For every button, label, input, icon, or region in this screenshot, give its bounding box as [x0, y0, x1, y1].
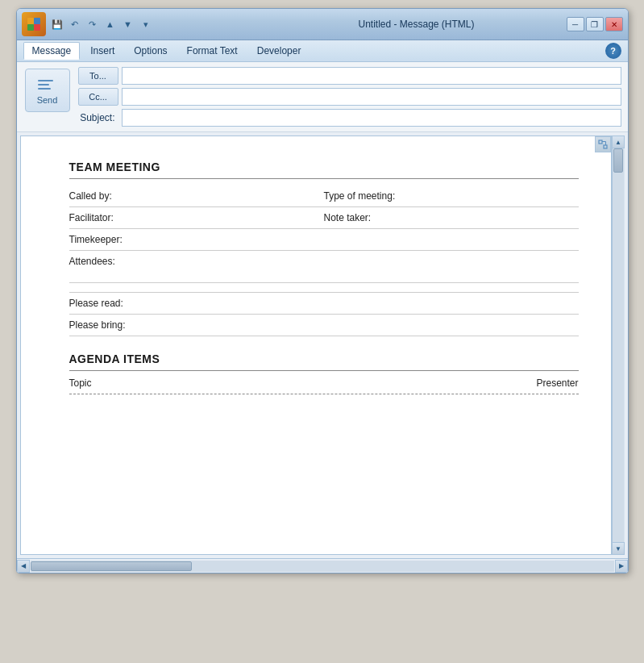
type-meeting-cell: Type of meeting: — [324, 186, 579, 207]
please-read-label: Please read: — [69, 298, 123, 309]
please-bring-row: Please bring: — [69, 315, 579, 336]
up-quick-btn[interactable]: ▲ — [102, 16, 118, 32]
minimize-button[interactable]: ─ — [567, 17, 584, 31]
send-area: Send — [23, 67, 72, 114]
menu-item-message[interactable]: Message — [23, 42, 81, 60]
subject-row: Subject: — [78, 109, 621, 127]
svg-rect-4 — [599, 140, 602, 144]
called-by-cell: Called by: — [69, 186, 324, 207]
email-header: Send To... Cc... Subject: — [17, 62, 628, 132]
menu-item-insert[interactable]: Insert — [81, 42, 123, 60]
agenda-header-row: Topic Presenter — [69, 377, 579, 394]
facilitator-label: Facilitator: — [69, 212, 114, 223]
document-content: TEAM MEETING Called by: Type of meeting:… — [21, 136, 611, 411]
title-bar: 💾 ↶ ↷ ▲ ▼ ▾ Untitled - Message (HTML) ─ … — [17, 9, 628, 40]
send-label: Send — [37, 95, 58, 105]
recipient-fields: To... Cc... Subject: — [78, 67, 621, 127]
attendees-cell: Attendees: — [69, 251, 579, 283]
subject-label: Subject: — [78, 112, 118, 123]
scroll-track-h[interactable] — [31, 561, 614, 572]
down-quick-btn[interactable]: ▼ — [120, 16, 136, 32]
cc-input[interactable] — [122, 88, 621, 106]
agenda-items-title: AGENDA ITEMS — [69, 352, 579, 371]
restore-button[interactable]: ❐ — [586, 17, 604, 31]
email-window: 💾 ↶ ↷ ▲ ▼ ▾ Untitled - Message (HTML) ─ … — [16, 8, 629, 573]
save-quick-btn[interactable]: 💾 — [49, 16, 65, 32]
timekeeper-cell: Timekeeper: — [69, 229, 579, 251]
window-title: Untitled - Message (HTML) — [270, 19, 563, 30]
scroll-down-button[interactable]: ▼ — [612, 542, 625, 555]
content-area: TEAM MEETING Called by: Type of meeting:… — [17, 132, 628, 558]
please-bring-label: Please bring: — [69, 319, 126, 331]
menu-item-format-text[interactable]: Format Text — [178, 42, 247, 60]
dropdown-quick-btn[interactable]: ▾ — [138, 16, 154, 32]
note-taker-cell: Note taker: — [324, 207, 579, 229]
window-controls: ─ ❐ ✕ — [567, 17, 623, 31]
to-row: To... — [78, 67, 621, 85]
help-button[interactable]: ? — [605, 43, 621, 59]
scroll-track-v[interactable] — [613, 148, 624, 542]
email-body[interactable]: TEAM MEETING Called by: Type of meeting:… — [20, 136, 612, 555]
scroll-thumb-v[interactable] — [613, 148, 623, 173]
menu-item-options[interactable]: Options — [125, 42, 176, 60]
horizontal-scrollbar: ◀ ▶ — [17, 558, 628, 573]
redo-quick-btn[interactable]: ↷ — [85, 16, 101, 32]
prep-section: Please read: Please bring: — [69, 293, 579, 336]
send-icon-line2 — [38, 84, 49, 85]
scroll-up-button[interactable]: ▲ — [612, 136, 625, 148]
subject-input[interactable] — [122, 109, 621, 127]
cc-row: Cc... — [78, 88, 621, 106]
office-logo-icon[interactable] — [22, 12, 46, 36]
timekeeper-label: Timekeeper: — [69, 234, 123, 245]
svg-rect-3 — [34, 24, 40, 31]
scroll-right-button[interactable]: ▶ — [615, 560, 628, 573]
to-input[interactable] — [122, 67, 621, 85]
agenda-section: AGENDA ITEMS Topic Presenter — [69, 352, 579, 394]
type-meeting-label: Type of meeting: — [324, 190, 396, 202]
note-taker-label: Note taker: — [324, 212, 372, 223]
undo-quick-btn[interactable]: ↶ — [67, 16, 83, 32]
menu-item-developer[interactable]: Developer — [248, 42, 310, 60]
topic-header: Topic — [69, 377, 92, 389]
to-button[interactable]: To... — [78, 67, 118, 85]
presenter-header: Presenter — [536, 377, 578, 389]
svg-rect-1 — [34, 18, 40, 24]
send-icon — [36, 76, 59, 94]
vertical-scrollbar: ▲ ▼ — [612, 136, 625, 555]
called-by-label: Called by: — [69, 190, 112, 202]
svg-rect-2 — [27, 24, 34, 31]
please-read-row: Please read: — [69, 293, 579, 315]
expand-button[interactable] — [595, 136, 611, 152]
scroll-thumb-h[interactable] — [31, 561, 192, 571]
svg-rect-5 — [604, 145, 607, 148]
scroll-left-button[interactable]: ◀ — [17, 560, 30, 573]
attendees-label: Attendees: — [69, 256, 115, 267]
ribbon-menu-bar: Message Insert Options Format Text Devel… — [17, 40, 628, 62]
close-button[interactable]: ✕ — [605, 17, 623, 31]
facilitator-cell: Facilitator: — [69, 207, 324, 229]
send-icon-line3 — [38, 88, 52, 90]
team-meeting-title: TEAM MEETING — [69, 161, 579, 179]
cc-button[interactable]: Cc... — [78, 88, 118, 106]
meeting-info-grid: Called by: Type of meeting: Facilitator:… — [69, 186, 579, 293]
info-gap-spacer — [69, 283, 579, 293]
send-button[interactable]: Send — [25, 69, 70, 112]
svg-rect-0 — [27, 18, 34, 24]
quick-access-toolbar: 💾 ↶ ↷ ▲ ▼ ▾ — [49, 16, 154, 32]
send-icon-line1 — [38, 80, 53, 81]
